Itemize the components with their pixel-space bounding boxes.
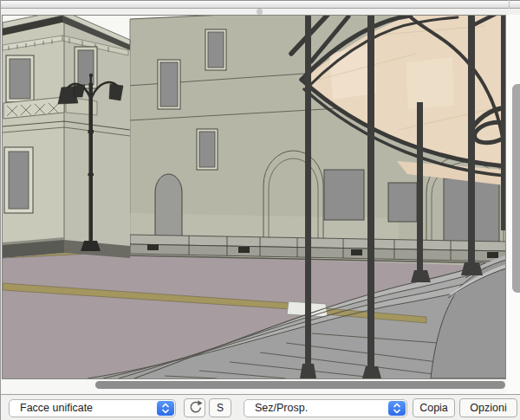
view-mode-popup[interactable]: Sez/Prosp.	[244, 399, 407, 417]
view-mode-value: Sez/Prosp.	[255, 400, 308, 417]
popup-chevrons-icon	[157, 401, 174, 416]
viewer-toolbar: Facce unificate S Sez/Prosp. Copia	[0, 394, 520, 420]
arched-doorway	[155, 174, 182, 241]
display-mode-popup[interactable]: Facce unificate	[9, 399, 176, 417]
shadows-button[interactable]: S	[209, 398, 231, 417]
options-button[interactable]: Opzioni	[459, 398, 517, 417]
corner-building	[3, 16, 130, 258]
options-button-label: Opzioni	[470, 402, 506, 414]
3d-viewport[interactable]	[2, 15, 506, 379]
shadows-button-label: S	[217, 402, 224, 414]
vertical-scrollbar-track[interactable]	[506, 15, 520, 394]
horizontal-scrollbar-track[interactable]	[0, 379, 506, 394]
refresh-icon	[187, 399, 203, 417]
vertical-scrollbar-thumb[interactable]	[512, 84, 520, 293]
pane-splitter[interactable]	[0, 0, 520, 15]
model-window: Facce unificate S Sez/Prosp. Copia	[0, 0, 520, 420]
refresh-button[interactable]	[184, 398, 205, 417]
copy-button[interactable]: Copia	[413, 398, 455, 417]
popup-chevrons-icon	[388, 401, 406, 416]
horizontal-scrollbar-thumb[interactable]	[95, 381, 505, 389]
splitter-handle-dot[interactable]	[257, 9, 263, 15]
3d-scene	[3, 16, 505, 378]
splitter-bar[interactable]	[0, 0, 520, 9]
display-mode-value: Facce unificate	[20, 400, 93, 417]
splitter-corner-divider	[509, 0, 510, 9]
copy-button-label: Copia	[419, 402, 448, 414]
